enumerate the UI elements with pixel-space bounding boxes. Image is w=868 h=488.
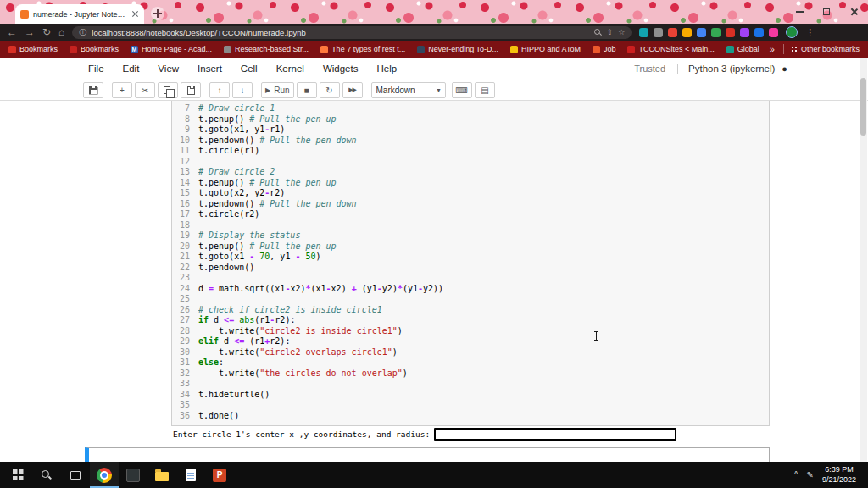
bookmarks-list: BookmarksBookmarksMHome Page - Acad...Re… xyxy=(8,45,761,53)
code-line: 28 t.write("circle2 is inside circle1") xyxy=(175,326,765,337)
close-icon[interactable] xyxy=(849,8,858,16)
code-line: 13# Draw circle 2 xyxy=(175,167,765,178)
code-line: 10t.pendown() # Pull the pen down xyxy=(175,136,765,147)
extension-icon[interactable] xyxy=(682,28,692,37)
cell-type-select[interactable]: Markdown ▾ xyxy=(371,82,446,98)
window-controls xyxy=(796,0,858,24)
home-icon[interactable]: ⌂ xyxy=(58,27,64,37)
menu-insert[interactable]: Insert xyxy=(198,64,222,74)
taskbar-powerpoint-button[interactable] xyxy=(205,462,234,488)
bookmarks-overflow-icon[interactable]: » xyxy=(768,44,776,54)
bookmark-item[interactable]: TCCONSites < Main... xyxy=(627,45,714,53)
refresh-icon[interactable]: ↻ xyxy=(42,27,51,37)
pen-icon[interactable]: ✎ xyxy=(807,470,814,480)
code-line: 26# check if circle2 is inside circle1 xyxy=(175,305,765,316)
notebook-tools-button[interactable]: ▤ xyxy=(475,82,495,98)
stop-button[interactable]: ■ xyxy=(297,82,317,98)
taskbar-document-button[interactable] xyxy=(176,462,205,488)
task-view-button[interactable] xyxy=(61,462,90,488)
save-button[interactable] xyxy=(83,82,103,98)
bookmark-item[interactable]: Bookmarks xyxy=(70,45,119,53)
menu-view[interactable]: View xyxy=(158,64,179,74)
bookmark-item[interactable]: Job xyxy=(593,45,616,53)
kernel-name: Python 3 (ipykernel) xyxy=(677,64,775,74)
add-cell-button[interactable]: + xyxy=(112,82,132,98)
extension-icon[interactable] xyxy=(726,28,735,37)
taskbar-search-button[interactable] xyxy=(32,462,61,488)
extension-icon[interactable] xyxy=(769,28,778,37)
extension-icon[interactable] xyxy=(654,28,663,37)
extension-icon[interactable] xyxy=(697,28,706,37)
forward-icon[interactable]: → xyxy=(25,27,35,37)
extension-icon[interactable] xyxy=(740,28,749,37)
code-line: 36t.done() xyxy=(175,411,765,422)
restart-button[interactable]: ↻ xyxy=(320,82,340,98)
profile-avatar[interactable] xyxy=(786,26,798,38)
bookmark-star-icon[interactable]: ☆ xyxy=(618,29,625,36)
browser-menu-icon[interactable]: ⋮ xyxy=(805,28,815,37)
code-line: 34t.hideturtle() xyxy=(175,390,765,401)
browser-addressbar: ← → ↻ ⌂ ⓘ localhost:8888/notebooks/Deskt… xyxy=(0,24,868,41)
restart-run-all-button[interactable]: ▶▶ xyxy=(342,82,363,98)
page-icon: ▤ xyxy=(481,86,488,95)
bookmark-item[interactable]: HIPPO and AToM xyxy=(510,45,581,53)
line-number: 28 xyxy=(175,326,190,337)
bookmark-item[interactable]: Bookmarks xyxy=(8,45,58,53)
menu-help[interactable]: Help xyxy=(376,64,397,74)
zoom-icon[interactable] xyxy=(594,29,602,36)
extension-icon[interactable] xyxy=(668,28,677,37)
bookmark-favicon-icon xyxy=(417,46,425,53)
tray-chevron-icon[interactable]: ^ xyxy=(794,470,798,480)
bookmark-item[interactable]: Never-ending To-D... xyxy=(417,45,498,53)
url-bar[interactable]: ⓘ localhost:8888/notebooks/Desktop/TCCON… xyxy=(72,26,632,39)
cut-cell-button[interactable]: ✂ xyxy=(135,82,155,98)
maximize-icon[interactable] xyxy=(823,8,830,15)
search-icon xyxy=(42,470,52,480)
bookmark-item[interactable]: Research-based Str... xyxy=(224,45,309,53)
site-info-icon[interactable]: ⓘ xyxy=(79,29,86,36)
command-palette-button[interactable]: ⌨ xyxy=(452,82,472,98)
taskbar-app-button[interactable] xyxy=(119,462,147,488)
taskbar-clock[interactable]: 6:39 PM 9/21/2022 xyxy=(822,465,856,485)
bookmark-item[interactable]: Global Monitoring... xyxy=(726,45,761,53)
menu-widgets[interactable]: Widgets xyxy=(323,64,359,74)
run-button[interactable]: ▶ Run xyxy=(261,82,294,98)
extension-icon[interactable] xyxy=(711,28,721,37)
code-line: 11t.circle(r1) xyxy=(175,146,765,157)
tab-close-icon[interactable] xyxy=(131,10,139,18)
selected-empty-cell[interactable] xyxy=(85,447,770,462)
extension-icon[interactable] xyxy=(639,28,648,37)
other-bookmarks-label: Other bookmarks xyxy=(801,45,860,53)
start-button[interactable] xyxy=(3,462,32,488)
back-icon[interactable]: ← xyxy=(7,27,17,37)
move-up-button[interactable]: ↑ xyxy=(209,82,230,98)
stdin-input[interactable] xyxy=(434,428,676,441)
screen: numerade - Jupyter Notebook ← → ↻ ⌂ ⓘ lo… xyxy=(0,0,868,488)
show-desktop-button[interactable] xyxy=(865,462,868,488)
menu-file[interactable]: File xyxy=(88,64,104,74)
scrollbar-thumb[interactable] xyxy=(860,78,866,136)
menu-edit[interactable]: Edit xyxy=(123,64,140,74)
code-line: 12 xyxy=(175,157,765,168)
scrollbar[interactable] xyxy=(860,58,867,462)
bookmark-item[interactable]: MHome Page - Acad... xyxy=(131,45,212,53)
taskbar-explorer-button[interactable] xyxy=(147,462,176,488)
minimize-icon[interactable] xyxy=(796,11,804,13)
code-line: 18 xyxy=(175,220,765,231)
other-bookmarks-button[interactable]: Other bookmarks xyxy=(791,45,860,53)
bookmark-item[interactable]: The 7 types of rest t... xyxy=(320,45,405,53)
copy-cell-button[interactable] xyxy=(158,82,178,98)
taskbar-chrome-button[interactable] xyxy=(90,462,119,488)
line-number: 17 xyxy=(175,209,190,220)
extension-icon[interactable] xyxy=(754,28,764,37)
menu-cell[interactable]: Cell xyxy=(241,64,258,74)
document-icon xyxy=(186,469,196,481)
menu-kernel[interactable]: Kernel xyxy=(276,64,304,74)
move-down-button[interactable]: ↓ xyxy=(232,82,253,98)
code-line: 9t.goto(x1, y1-r1) xyxy=(175,125,765,136)
browser-tab[interactable]: numerade - Jupyter Notebook xyxy=(15,4,144,24)
share-icon[interactable]: ⇧ xyxy=(607,29,614,36)
new-tab-button[interactable] xyxy=(151,7,164,20)
paste-cell-button[interactable] xyxy=(181,82,201,98)
code-cell[interactable]: 7# Draw circle 18t.penup() # Pull the pe… xyxy=(171,101,770,426)
